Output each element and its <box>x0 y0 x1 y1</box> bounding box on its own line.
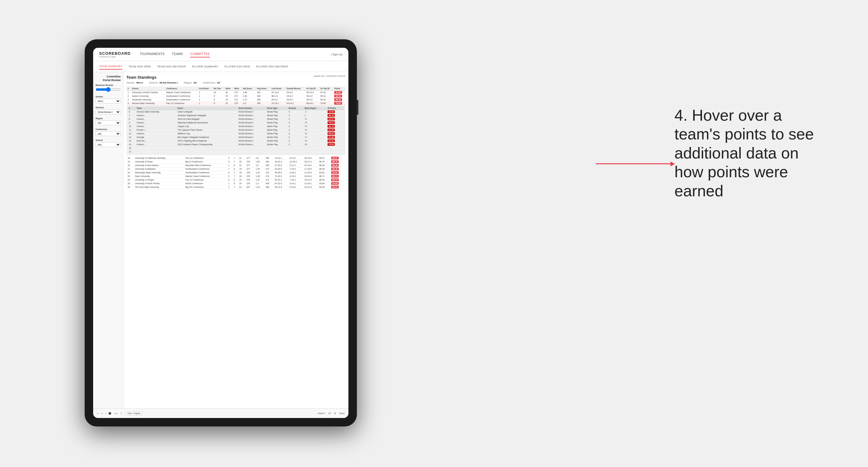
cell-rank: 25 <box>126 182 134 185</box>
share-btn[interactable]: Share <box>339 412 345 414</box>
paste-btn[interactable]: ⬜▾ <box>114 412 118 415</box>
min-rounds-input[interactable] <box>96 87 121 92</box>
table-row[interactable]: 24 University of Oregon Pac-12 Conferenc… <box>126 178 345 182</box>
th-no-tour: No Tour <box>212 87 224 91</box>
expanded-table-row: 12 Univers... Williams Cup NCAA Division… <box>128 132 344 135</box>
cell-school: University of Texas <box>134 160 184 164</box>
table-row[interactable]: 23 Duke University Atlantic Coast Confer… <box>126 175 345 178</box>
exp-th-points: W Points <box>326 106 344 110</box>
copy-btn[interactable]: ⬛ <box>108 412 111 415</box>
cell-points[interactable]: 88.71 <box>330 175 345 178</box>
cell-points[interactable]: 93.31 <box>333 94 345 98</box>
cell-tours: 8 <box>212 98 224 102</box>
cell-overall: 4-13-0 <box>288 175 303 178</box>
cell-points[interactable]: 88.49 <box>330 164 345 167</box>
exp-th-event: Event <box>176 106 238 110</box>
min-rounds-section: Minimum Rounds <box>96 84 121 93</box>
cell-vs50: 80.94 <box>318 185 330 189</box>
cell-points[interactable]: 88.48 <box>330 167 345 171</box>
table-row[interactable]: 1 University of North Carolina Atlantic … <box>126 91 345 94</box>
redo-btn[interactable]: ↪ <box>101 412 103 415</box>
cell-points[interactable]: 90.20 <box>333 98 345 102</box>
undo-btn[interactable]: ↩ <box>97 412 99 415</box>
cell-tours: 7 <box>232 160 238 164</box>
cell-school: Mississippi State University <box>134 171 184 175</box>
cell-rnds: 19 <box>224 98 233 102</box>
division-select[interactable]: NCAA Division I <box>96 110 121 114</box>
tab-player-h2h-grid[interactable]: PLAYER H2H GRID <box>224 64 250 69</box>
cell-vs50: 83.07 <box>318 156 330 160</box>
exp-th-num: # <box>128 106 135 110</box>
cell-school: Auburn University <box>131 94 165 98</box>
cell-low-score: 73-21-1 <box>273 156 288 160</box>
cell-points[interactable]: 83.89 <box>330 182 345 185</box>
cell-wins: 278 <box>245 171 254 175</box>
sign-out-link[interactable]: | Sign out <box>331 53 342 56</box>
cell-conference: Big Ten Conference <box>184 185 227 189</box>
cell-overall: 53-9-0 <box>285 91 305 94</box>
logo-title: SCOREBOARD <box>99 51 131 56</box>
cell-avg-score: 260 <box>264 156 273 160</box>
region-label: Region <box>96 117 121 120</box>
cell-rank: 21 <box>126 167 134 171</box>
gender-select[interactable]: Men's <box>96 99 121 103</box>
cell-adj-score: 1.6 <box>254 156 264 160</box>
cell-vs50: 79.50 <box>319 102 333 105</box>
table-row[interactable]: 21 University of Alabama Southeastern Co… <box>126 167 345 171</box>
cell-rnds: 18 <box>238 171 245 175</box>
tablet-power-button[interactable] <box>357 100 359 115</box>
cell-points[interactable]: 97.02 <box>333 91 345 94</box>
exp-th-team: Team <box>135 106 176 110</box>
table-row[interactable]: 19 University of Texas Big 12 Conference… <box>126 160 345 164</box>
cell-points[interactable]: 88.54 <box>330 178 345 182</box>
tab-player-summary[interactable]: PLAYER SUMMARY <box>192 64 218 69</box>
table-row[interactable]: 25 University of North Florida ASUN Conf… <box>126 182 345 185</box>
expanded-table-row: 8 Univers... Amer An Intercollegiate NCA… <box>128 117 344 121</box>
sub-nav: TEAM SUMMARY TEAM H2H GRID TEAM H2H HEAT… <box>93 61 348 72</box>
cell-points[interactable]: 83.07 <box>330 156 345 160</box>
table-row[interactable]: 2 Auburn University Southeastern Confere… <box>126 94 345 98</box>
cell-wins: 272 <box>233 91 242 94</box>
cell-points[interactable]: 83.81 <box>330 171 345 175</box>
tablet-device: SCOREBOARD Powered by clippi TOURNAMENTS… <box>85 39 357 427</box>
table-row[interactable]: 4 Arizona State University Pac-12 Confer… <box>126 102 345 105</box>
conference-select[interactable]: (All) <box>96 131 121 136</box>
table-row[interactable]: 18 University of California, Berkeley Pa… <box>126 156 345 160</box>
nav-committee[interactable]: COMMITTEE <box>190 51 210 58</box>
nav-links: TOURNAMENTS TEAMS COMMITTEE <box>140 51 331 58</box>
nav-back-btn[interactable]: ⟨ <box>105 412 106 415</box>
table-row[interactable]: 20 University of New Mexico Mountain Wes… <box>126 164 345 167</box>
gender-section: Gender Men's <box>96 96 121 103</box>
tab-team-summary[interactable]: TEAM SUMMARY <box>99 64 123 69</box>
cell-vs25: 17-19-0 <box>303 167 318 171</box>
tab-team-h2h-grid[interactable]: TEAM H2H GRID <box>128 64 151 69</box>
cell-wins: 277 <box>245 167 254 171</box>
cell-avg-score: 270 <box>264 171 273 175</box>
cell-vs50: 93.31 <box>319 94 333 98</box>
comment-btn[interactable]: 💬 <box>329 412 331 415</box>
cell-points[interactable]: 79.50 <box>333 102 345 105</box>
nav-teams[interactable]: TEAMS <box>172 51 183 58</box>
table-row[interactable]: 3 Vanderbilt University Southeastern Con… <box>126 98 345 102</box>
cell-avg-score: 268 <box>256 98 270 102</box>
watch-btn[interactable]: Watch ▾ <box>318 412 326 415</box>
view-original-btn[interactable]: View: Original <box>125 411 143 415</box>
table-row[interactable]: 26 The Ohio State University Big Ten Con… <box>126 185 345 189</box>
cell-avg-score: 260 <box>256 94 270 98</box>
cell-points[interactable]: 80.94 <box>330 185 345 189</box>
region-select[interactable]: N/A <box>96 120 121 125</box>
tab-team-h2h-heatmap[interactable]: TEAM H2H HEATMAP <box>157 64 186 69</box>
grid-btn[interactable]: ⊞ <box>334 412 336 415</box>
table-row[interactable]: 22 Mississippi State University Southeas… <box>126 171 345 175</box>
cell-wins: 277 <box>245 164 254 167</box>
cell-low-score: 71-22-2 <box>273 175 288 178</box>
nav-tournaments[interactable]: TOURNAMENTS <box>140 51 165 58</box>
cell-tours: 7 <box>232 175 238 178</box>
cell-points[interactable]: 88.70 <box>330 160 345 164</box>
school-select[interactable]: (All) <box>96 142 121 147</box>
tab-player-h2h-heatmap[interactable]: PLAYER H2H HEATMAP <box>256 64 288 69</box>
cell-adj-score: 1.45 <box>254 167 264 171</box>
cell-rnds: 15 <box>238 178 245 182</box>
clock-btn[interactable]: 🕐 <box>120 412 123 415</box>
sidebar: Committee Portal Review Minimum Rounds G… <box>93 72 123 408</box>
